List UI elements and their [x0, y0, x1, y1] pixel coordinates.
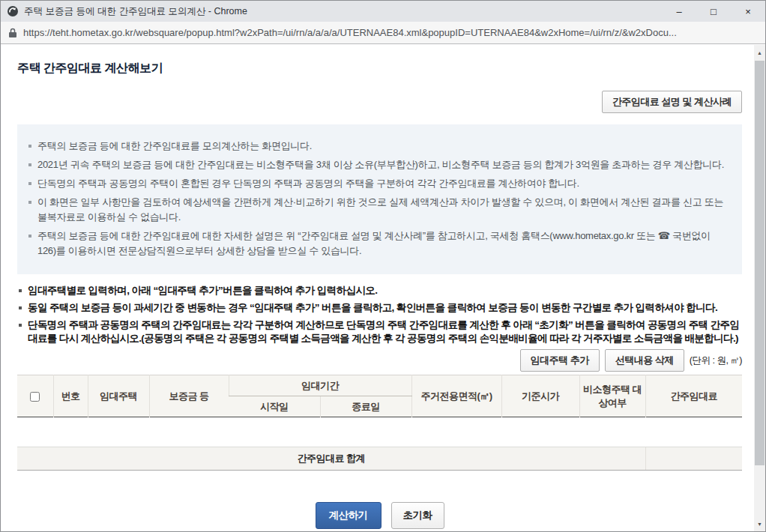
header-deemed-rent: 간주임대료 [645, 375, 742, 417]
add-rental-house-button[interactable]: 임대주택 추가 [520, 349, 600, 372]
vertical-scrollbar[interactable]: ▲ ▼ [754, 45, 765, 531]
header-rental-period: 임대기간 [229, 375, 411, 396]
sum-value [645, 447, 742, 471]
header-no: 번호 [53, 375, 88, 417]
header-select-cell [17, 375, 53, 417]
scrollbar-thumb[interactable] [755, 61, 765, 465]
url-text[interactable]: https://teht.hometax.go.kr/websquare/pop… [23, 27, 677, 38]
unit-label: (단위 : 원, ㎡) [690, 354, 742, 367]
table-sum-row: 간주임대료 합계 [17, 447, 742, 471]
window-titlebar: 주택 보증금 등에 대한 간주임대료 모의계산 - Chrome – □ × [1, 1, 765, 22]
reset-button[interactable]: 초기화 [391, 502, 444, 529]
instruction-note-list: 임대주택별로 입력하며, 아래 “임대주택 추가”버튼을 클릭하여 추가 입력하… [17, 284, 742, 345]
maximize-button[interactable]: □ [696, 1, 731, 22]
header-area: 주거전용면적(㎡) [411, 375, 501, 417]
help-examples-button[interactable]: 간주임대료 설명 및 계산사례 [602, 91, 742, 113]
window-title: 주택 보증금 등에 대한 간주임대료 모의계산 - Chrome [24, 5, 662, 18]
site-favicon-icon [7, 5, 19, 17]
calculate-button[interactable]: 계산하기 [316, 502, 382, 529]
select-all-checkbox[interactable] [30, 392, 40, 402]
instruction-note: 단독명의 주택과 공동명의 주택의 간주임대료는 각각 구분하여 계산하므로 단… [17, 318, 742, 345]
scroll-up-icon[interactable]: ▲ [754, 46, 765, 58]
page-title: 주택 간주임대료 계산해보기 [17, 61, 742, 76]
browser-popup-window: 주택 보증금 등에 대한 간주임대료 모의계산 - Chrome – □ × h… [0, 0, 766, 532]
sum-label: 간주임대료 합계 [17, 447, 645, 471]
info-note: 이 화면은 일부 사항만을 검토하여 예상세액을 간편하게 계산·비교하기 위한… [28, 195, 729, 225]
header-non-small-house: 비소형주택 대상여부 [579, 375, 645, 417]
page-content: 주택 간주임대료 계산해보기 간주임대료 설명 및 계산사례 주택의 보증금 등… [1, 45, 754, 531]
info-note-list: 주택의 보증금 등에 대한 간주임대료를 모의계산하는 화면입니다. 2021년… [28, 139, 729, 259]
rental-house-table: 번호 임대주택 보증금 등 임대기간 주거전용면적(㎡) 기준시가 비소형주택 … [17, 375, 742, 471]
instruction-note: 동일 주택의 보증금 등이 과세기간 중 변동하는 경우 “임대주택 추가” 버… [17, 301, 742, 315]
header-end-date: 종료일 [320, 396, 411, 417]
info-note: 주택의 보증금 등에 대한 간주임대료를 모의계산하는 화면입니다. [28, 139, 729, 154]
header-standard-price: 기준시가 [501, 375, 579, 417]
instruction-note: 임대주택별로 입력하며, 아래 “임대주택 추가”버튼을 클릭하여 추가 입력하… [17, 284, 742, 297]
header-deposit: 보증금 등 [149, 375, 229, 417]
close-button[interactable]: × [731, 1, 765, 22]
info-note: 2021년 귀속 주택의 보증금 등에 대한 간주임대료는 비소형주택을 3채 … [28, 157, 729, 172]
lock-icon [8, 28, 17, 38]
minimize-button[interactable]: – [662, 1, 696, 22]
info-note: 주택의 보증금 등에 대한 간주임대료에 대한 자세한 설명은 위 “간주임대료… [28, 229, 729, 259]
table-empty-body [17, 417, 742, 447]
address-bar[interactable]: https://teht.hometax.go.kr/websquare/pop… [1, 22, 765, 44]
info-box: 주택의 보증금 등에 대한 간주임대료를 모의계산하는 화면입니다. 2021년… [17, 124, 742, 274]
info-note: 단독명의 주택과 공동명의 주택이 혼합된 경우 단독명의 주택과 공동명의 주… [28, 176, 729, 191]
delete-selected-button[interactable]: 선택내용 삭제 [605, 349, 684, 372]
header-start-date: 시작일 [229, 396, 320, 417]
header-rental-house: 임대주택 [88, 375, 149, 417]
scroll-down-icon[interactable]: ▼ [754, 518, 765, 530]
